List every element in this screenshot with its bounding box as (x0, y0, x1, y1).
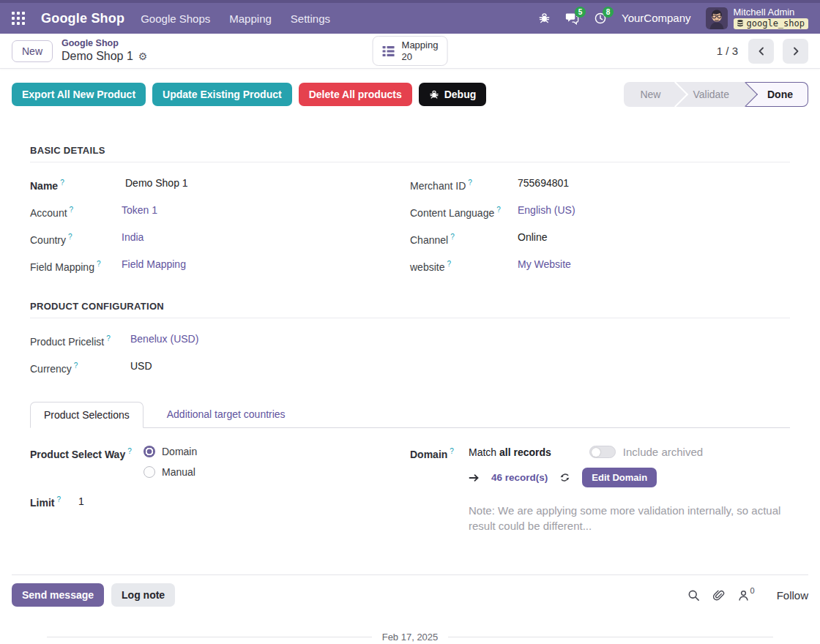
field-value-account[interactable]: Token 1 (122, 204, 388, 219)
search-messages-icon[interactable] (687, 589, 700, 602)
delete-all-products-button[interactable]: Delete All products (299, 83, 412, 106)
help-icon[interactable]: ? (106, 334, 111, 342)
help-icon[interactable]: ? (56, 495, 61, 503)
radio-domain[interactable]: Domain (144, 446, 388, 457)
field-value-product-pricelist[interactable]: Benelux (USD) (130, 333, 388, 348)
stat-button-value: 20 (402, 51, 439, 63)
bug-icon (429, 89, 439, 100)
records-count-link[interactable]: 46 record(s) (491, 472, 548, 483)
attachments-icon[interactable] (712, 589, 725, 602)
main-menus: Google Shops Mapping Settings (141, 12, 330, 25)
breadcrumb: Google Shop Demo Shop 1 ⚙ (61, 38, 147, 63)
top-navbar: Google Shop Google Shops Mapping Setting… (0, 0, 820, 34)
company-switcher[interactable]: YourCompany (622, 12, 691, 24)
apps-menu-icon[interactable] (12, 12, 25, 25)
pager-range: 1 / 3 (717, 45, 738, 57)
database-icon (737, 20, 744, 27)
message-date-separator: Feb 17, 2025 (47, 632, 773, 643)
control-panel: New Google Shop Demo Shop 1 ⚙ Mapping 20… (0, 34, 820, 69)
database-badge: google_shop (734, 18, 808, 30)
radio-checked-icon[interactable] (144, 446, 155, 457)
help-icon[interactable]: ? (70, 206, 74, 214)
help-icon[interactable]: ? (447, 260, 451, 268)
refresh-icon[interactable] (559, 472, 570, 483)
help-icon[interactable]: ? (68, 233, 72, 241)
field-label-name: Name? (30, 177, 122, 192)
field-label-limit: Limit? (30, 494, 78, 509)
domain-note: Note: We are applying some more validati… (469, 503, 790, 533)
include-archived-label: Include archived (623, 446, 703, 458)
notebook-tabs: Product Selections Additional target cou… (30, 401, 790, 428)
bug-icon[interactable] (538, 12, 551, 24)
field-value-website[interactable]: My Website (518, 258, 790, 273)
help-icon[interactable]: ? (74, 362, 78, 370)
section-title-product-configuration: PRODUCT CONFIGURATION (30, 301, 790, 318)
pager-next-button[interactable] (783, 39, 808, 64)
menu-settings[interactable]: Settings (291, 12, 330, 25)
gear-icon[interactable]: ⚙ (138, 50, 148, 63)
stat-button-label: Mapping (402, 40, 439, 51)
breadcrumb-parent[interactable]: Google Shop (61, 38, 147, 49)
field-label-website: website? (410, 258, 518, 273)
menu-mapping[interactable]: Mapping (229, 12, 272, 25)
menu-google-shops[interactable]: Google Shops (141, 12, 210, 25)
pager-previous-button[interactable] (748, 39, 774, 64)
export-all-new-product-button[interactable]: Export All New Product (12, 83, 146, 106)
list-icon (382, 45, 395, 58)
domain-match-text: Match all records (469, 446, 551, 458)
field-value-channel[interactable]: Online (518, 231, 790, 246)
app-brand[interactable]: Google Shop (41, 11, 124, 26)
tab-product-selections[interactable]: Product Selections (30, 402, 144, 428)
field-value-limit[interactable]: 1 (78, 495, 388, 507)
field-value-name[interactable]: Demo Shop 1 (122, 177, 388, 192)
form-sheet: BASIC DETAILS Name? Demo Shop 1 Account?… (12, 107, 808, 575)
log-note-button[interactable]: Log note (111, 583, 175, 607)
activities-icon[interactable]: 8 (594, 12, 607, 25)
help-icon[interactable]: ? (450, 447, 454, 455)
help-icon[interactable]: ? (496, 206, 501, 214)
user-name: Mitchell Admin (734, 7, 795, 18)
help-icon[interactable]: ? (127, 447, 132, 455)
field-label-currency: Currency? (30, 360, 130, 375)
field-value-field-mapping[interactable]: Field Mapping (122, 258, 388, 273)
send-message-button[interactable]: Send message (12, 583, 104, 607)
form-action-row: Export All New Product Update Existing P… (0, 69, 820, 107)
field-label-channel: Channel? (410, 231, 518, 246)
help-icon[interactable]: ? (468, 179, 472, 187)
field-value-merchant-id[interactable]: 755694801 (518, 177, 790, 192)
radio-unchecked-icon[interactable] (144, 466, 155, 478)
field-label-product-pricelist: Product Pricelist? (30, 333, 130, 348)
mapping-stat-button[interactable]: Mapping 20 (373, 36, 448, 66)
product-select-way-radio-group: Domain Manual (144, 446, 388, 478)
include-archived-toggle[interactable] (589, 446, 616, 458)
field-value-content-language[interactable]: English (US) (518, 204, 790, 219)
tab-additional-target-countries[interactable]: Additional target countries (154, 402, 299, 428)
date-label: Feb 17, 2025 (372, 632, 449, 643)
radio-manual[interactable]: Manual (144, 466, 388, 478)
chatter-toolbar: Send message Log note 0 Follow (0, 575, 820, 607)
field-label-content-language: Content Language? (410, 204, 518, 219)
update-existing-product-button[interactable]: Update Existing Product (152, 83, 292, 106)
field-value-currency[interactable]: USD (130, 360, 388, 375)
activities-badge: 8 (603, 7, 614, 18)
statusbar: New Validate Done (624, 82, 808, 107)
chevron-left-icon (757, 47, 766, 56)
help-icon[interactable]: ? (450, 233, 455, 241)
field-label-account: Account? (30, 204, 122, 219)
messages-icon[interactable]: 5 (565, 12, 579, 25)
new-button[interactable]: New (12, 40, 53, 62)
follow-button[interactable]: Follow (777, 589, 808, 602)
status-step-done[interactable]: Done (745, 82, 808, 107)
help-icon[interactable]: ? (97, 260, 101, 268)
followers-icon[interactable]: 0 (737, 589, 754, 602)
arrow-right-icon (469, 473, 480, 483)
help-icon[interactable]: ? (60, 179, 64, 187)
avatar (706, 7, 728, 29)
field-label-product-select-way: Product Select Way? (30, 446, 144, 478)
field-value-country[interactable]: India (122, 231, 388, 246)
field-label-domain: Domain? (410, 446, 469, 533)
debug-button[interactable]: Debug (419, 83, 487, 106)
edit-domain-button[interactable]: Edit Domain (582, 468, 657, 487)
status-step-new[interactable]: New (624, 82, 676, 107)
user-menu[interactable]: Mitchell Admin google_shop (706, 7, 808, 30)
